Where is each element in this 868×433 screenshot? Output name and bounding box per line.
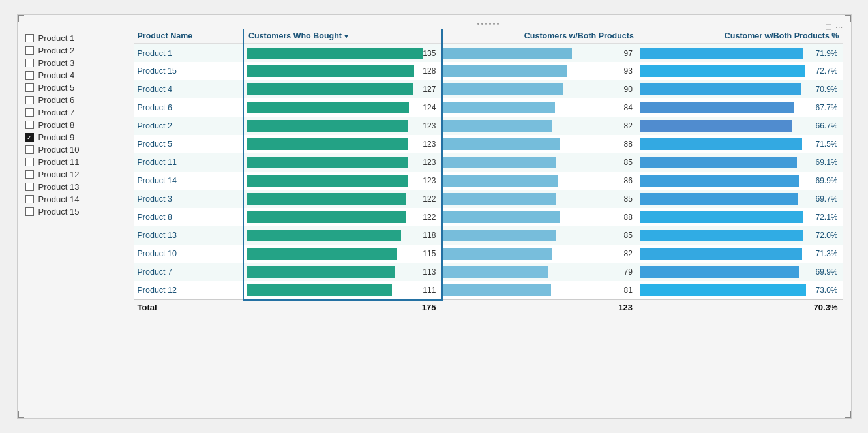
table-row[interactable]: Product 151289372.7% <box>134 62 843 80</box>
pct-value: 71.5% <box>815 140 837 149</box>
sidebar-item-product-9[interactable]: Product 9 <box>25 131 121 143</box>
bought-bar <box>247 138 408 150</box>
both-bar <box>443 83 563 95</box>
checkbox-4[interactable] <box>25 83 34 92</box>
pct-bar <box>640 48 803 59</box>
checkbox-10[interactable] <box>25 158 34 166</box>
total-label: Total <box>134 299 245 315</box>
table-row[interactable]: Product 31228569.7% <box>134 190 843 208</box>
pct-bar <box>640 230 803 241</box>
table-row[interactable]: Product 101158271.3% <box>134 245 843 263</box>
col-header-1[interactable]: Customers Who Bought ▼ <box>245 29 441 44</box>
pct-value: 72.0% <box>815 231 837 240</box>
table-row[interactable]: Product 81228872.1% <box>134 208 843 226</box>
table-row[interactable]: Product 41279070.9% <box>134 80 843 98</box>
both-value: 82 <box>624 249 633 258</box>
checkbox-12[interactable] <box>25 183 34 191</box>
both-bar <box>443 284 550 296</box>
both-value: 97 <box>624 49 633 58</box>
sidebar-item-product-10[interactable]: Product 10 <box>25 143 121 156</box>
product-name-cell: Product 4 <box>134 80 245 98</box>
checkbox-9[interactable] <box>25 145 34 154</box>
table-row[interactable]: Product 21238266.7% <box>134 117 843 135</box>
checkbox-14[interactable] <box>25 207 34 216</box>
checkbox-2[interactable] <box>25 59 34 67</box>
sidebar-label-12: Product 13 <box>38 182 80 192</box>
sidebar-label-2: Product 3 <box>38 58 75 68</box>
table-row[interactable]: Product 111238569.1% <box>134 153 843 172</box>
both-bar <box>443 248 552 260</box>
col-header-2[interactable]: Customers w/Both Products <box>441 29 637 44</box>
pct-bar <box>640 102 794 113</box>
bought-value: 115 <box>423 249 436 258</box>
checkbox-7[interactable] <box>25 121 34 129</box>
sidebar-item-product-15[interactable]: Product 15 <box>25 205 121 218</box>
checkbox-0[interactable] <box>25 34 34 42</box>
pct-value: 67.7% <box>815 103 837 112</box>
bought-bar <box>247 102 409 113</box>
checkbox-3[interactable] <box>25 71 34 80</box>
both-bar-cell: 90 <box>441 80 637 98</box>
sidebar-item-product-3[interactable]: Product 3 <box>25 57 121 69</box>
checkbox-1[interactable] <box>25 46 34 55</box>
bought-bar <box>247 211 406 223</box>
both-bar <box>443 157 556 168</box>
pct-bar <box>640 120 792 132</box>
pct-value: 70.9% <box>815 85 837 94</box>
pct-bar-cell: 71.3% <box>638 245 843 263</box>
col-header-0[interactable]: Product Name <box>134 29 245 44</box>
sidebar-item-product-13[interactable]: Product 13 <box>25 181 121 193</box>
sidebar-item-product-4[interactable]: Product 4 <box>25 69 121 82</box>
sidebar-item-product-12[interactable]: Product 12 <box>25 168 121 181</box>
sidebar-item-product-6[interactable]: Product 6 <box>25 94 121 106</box>
bought-bar-cell: 124 <box>245 98 441 117</box>
bought-bar <box>247 193 406 205</box>
sidebar-label-9: Product 10 <box>38 145 80 155</box>
sidebar-item-product-5[interactable]: Product 5 <box>25 82 121 94</box>
table-row[interactable]: Product 61248467.7% <box>134 98 843 117</box>
total-both: 123 <box>441 299 637 315</box>
pct-bar-cell: 69.1% <box>638 153 843 172</box>
both-value: 82 <box>624 121 633 130</box>
sidebar-items-list: Product 1Product 2Product 3Product 4Prod… <box>25 32 121 218</box>
pct-bar <box>640 193 798 205</box>
sidebar-item-product-8[interactable]: Product 8 <box>25 119 121 131</box>
both-bar-cell: 85 <box>441 153 637 172</box>
sidebar-label-3: Product 4 <box>38 70 75 80</box>
both-bar-cell: 82 <box>441 245 637 263</box>
checkbox-13[interactable] <box>25 195 34 203</box>
table-row[interactable]: Product 11359771.9% <box>134 44 843 62</box>
product-name-cell: Product 8 <box>134 208 245 226</box>
both-bar-cell: 93 <box>441 62 637 80</box>
sidebar-item-product-1[interactable]: Product 1 <box>25 32 121 44</box>
table-row[interactable]: Product 51238871.5% <box>134 135 843 153</box>
checkbox-6[interactable] <box>25 108 34 117</box>
bought-bar-cell: 135 <box>245 44 441 62</box>
sidebar-item-product-11[interactable]: Product 11 <box>25 156 121 168</box>
pct-bar <box>640 138 802 150</box>
bought-bar-cell: 111 <box>245 281 441 299</box>
table-row[interactable]: Product 121118173.0% <box>134 281 843 299</box>
both-bar <box>443 138 560 150</box>
table-row[interactable]: Product 131188572.0% <box>134 226 843 245</box>
checkbox-11[interactable] <box>25 170 34 179</box>
drag-handle[interactable] <box>477 23 499 25</box>
pct-bar-cell: 71.9% <box>638 44 843 62</box>
bought-bar <box>247 48 423 59</box>
total-pct: 70.3% <box>638 299 843 315</box>
both-value: 93 <box>624 67 633 76</box>
pct-value: 71.9% <box>815 49 837 58</box>
both-value: 85 <box>624 231 633 240</box>
table-row[interactable]: Product 141238669.9% <box>134 172 843 190</box>
checkbox-8[interactable] <box>25 133 34 142</box>
col-header-3[interactable]: Customer w/Both Products % <box>638 29 843 44</box>
sidebar-item-product-7[interactable]: Product 7 <box>25 106 121 119</box>
both-value: 90 <box>624 85 633 94</box>
both-bar <box>443 175 557 187</box>
table-row[interactable]: Product 71137969.9% <box>134 263 843 281</box>
sidebar-item-product-2[interactable]: Product 2 <box>25 44 121 57</box>
sidebar-item-product-14[interactable]: Product 14 <box>25 193 121 205</box>
checkbox-5[interactable] <box>25 96 34 104</box>
pct-bar <box>640 284 806 296</box>
both-bar-cell: 88 <box>441 208 637 226</box>
